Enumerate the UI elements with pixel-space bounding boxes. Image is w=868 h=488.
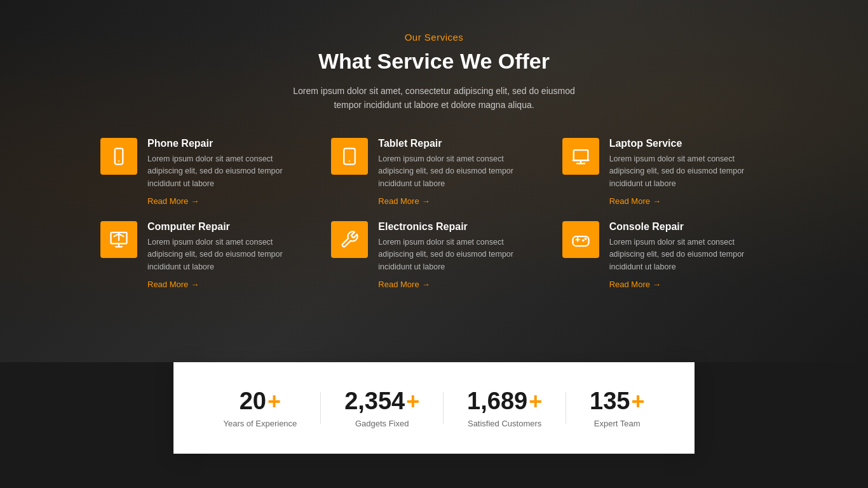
console-repair-icon-box [562, 221, 599, 258]
stat-divider-2 [443, 392, 444, 424]
tablet-repair-name: Tablet Repair [378, 138, 536, 149]
laptop-icon [571, 147, 590, 166]
section-description: Lorem ipsum dolor sit amet, consectetur … [281, 84, 587, 112]
stats-section: 20 + Years of Experience 2,354 + Gadgets… [173, 362, 695, 454]
console-repair-read-more[interactable]: Read More → [609, 280, 768, 289]
laptop-service-name: Laptop Service [609, 138, 768, 149]
stat-gadgets-label: Gadgets Fixed [355, 419, 409, 428]
phone-repair-read-more[interactable]: Read More → [147, 196, 306, 206]
arrow-right-icon: → [422, 280, 430, 289]
service-card-phone-repair: Phone Repair Lorem ipsum dolor sit amet … [100, 138, 306, 206]
hero-content: Our Services What Service We Offer Lorem… [85, 32, 783, 289]
electronics-repair-body: Electronics Repair Lorem ipsum dolor sit… [378, 221, 536, 289]
laptop-service-icon-box [562, 138, 599, 175]
arrow-right-icon: → [422, 196, 430, 206]
stat-customers: 1,689 + Satisfied Customers [467, 388, 542, 428]
phone-repair-icon-box [100, 138, 137, 175]
stat-divider-3 [566, 392, 566, 424]
stat-team-number: 135 + [590, 388, 644, 415]
service-card-laptop-service: Laptop Service Lorem ipsum dolor sit ame… [562, 138, 768, 206]
electronics-repair-text: Lorem ipsum dolor sit amet consect adipi… [378, 236, 536, 273]
phone-repair-text: Lorem ipsum dolor sit amet consect adipi… [147, 153, 306, 190]
arrow-right-icon: → [191, 196, 199, 206]
service-card-electronics-repair: Electronics Repair Lorem ipsum dolor sit… [331, 221, 536, 289]
tablet-icon [340, 147, 359, 166]
stat-gadgets-number: 2,354 + [344, 388, 419, 415]
laptop-service-text: Lorem ipsum dolor sit amet consect adipi… [609, 153, 768, 190]
console-repair-body: Console Repair Lorem ipsum dolor sit ame… [609, 221, 768, 289]
section-label: Our Services [405, 32, 464, 43]
stat-divider-1 [320, 392, 321, 424]
stat-gadgets: 2,354 + Gadgets Fixed [344, 388, 419, 428]
computer-repair-text: Lorem ipsum dolor sit amet consect adipi… [147, 236, 306, 273]
wrench-icon [340, 230, 359, 249]
service-card-computer-repair: Computer Repair Lorem ipsum dolor sit am… [100, 221, 306, 289]
electronics-repair-icon-box [331, 221, 368, 258]
arrow-right-icon: → [653, 280, 661, 289]
stat-customers-number: 1,689 + [467, 388, 542, 415]
phone-repair-name: Phone Repair [147, 138, 306, 149]
arrow-right-icon: → [653, 196, 661, 206]
console-repair-name: Console Repair [609, 221, 768, 233]
stat-experience-number: 20 + [240, 388, 281, 415]
computer-repair-read-more[interactable]: Read More → [147, 280, 306, 289]
laptop-service-read-more[interactable]: Read More → [609, 196, 768, 206]
gamepad-icon [571, 230, 590, 249]
services-section: Our Services What Service We Offer Lorem… [0, 0, 868, 362]
svg-rect-0 [115, 148, 123, 164]
svg-rect-2 [344, 148, 356, 164]
computer-repair-icon-box [100, 221, 137, 258]
electronics-repair-read-more[interactable]: Read More → [378, 280, 536, 289]
tablet-repair-text: Lorem ipsum dolor sit amet consect adipi… [378, 153, 536, 190]
console-repair-text: Lorem ipsum dolor sit amet consect adipi… [609, 236, 768, 273]
stat-experience: 20 + Years of Experience [223, 388, 297, 428]
electronics-repair-name: Electronics Repair [378, 221, 536, 233]
phone-icon [109, 147, 128, 166]
stat-team-label: Expert Team [594, 419, 641, 428]
laptop-service-body: Laptop Service Lorem ipsum dolor sit ame… [609, 138, 768, 206]
service-card-tablet-repair: Tablet Repair Lorem ipsum dolor sit amet… [331, 138, 536, 206]
computer-repair-body: Computer Repair Lorem ipsum dolor sit am… [147, 221, 306, 289]
computer-repair-name: Computer Repair [147, 221, 306, 233]
svg-rect-4 [573, 150, 588, 160]
stat-team: 135 + Expert Team [590, 388, 644, 428]
tablet-repair-icon-box [331, 138, 368, 175]
phone-repair-body: Phone Repair Lorem ipsum dolor sit amet … [147, 138, 306, 206]
stat-experience-label: Years of Experience [223, 419, 297, 428]
service-card-console-repair: Console Repair Lorem ipsum dolor sit ame… [562, 221, 768, 289]
computer-icon [109, 230, 128, 249]
services-grid: Phone Repair Lorem ipsum dolor sit amet … [100, 138, 768, 289]
tablet-repair-body: Tablet Repair Lorem ipsum dolor sit amet… [378, 138, 536, 206]
arrow-right-icon: → [191, 280, 199, 289]
tablet-repair-read-more[interactable]: Read More → [378, 196, 536, 206]
stat-customers-label: Satisfied Customers [468, 419, 541, 428]
svg-rect-15 [573, 236, 588, 246]
section-title: What Service We Offer [318, 49, 550, 74]
